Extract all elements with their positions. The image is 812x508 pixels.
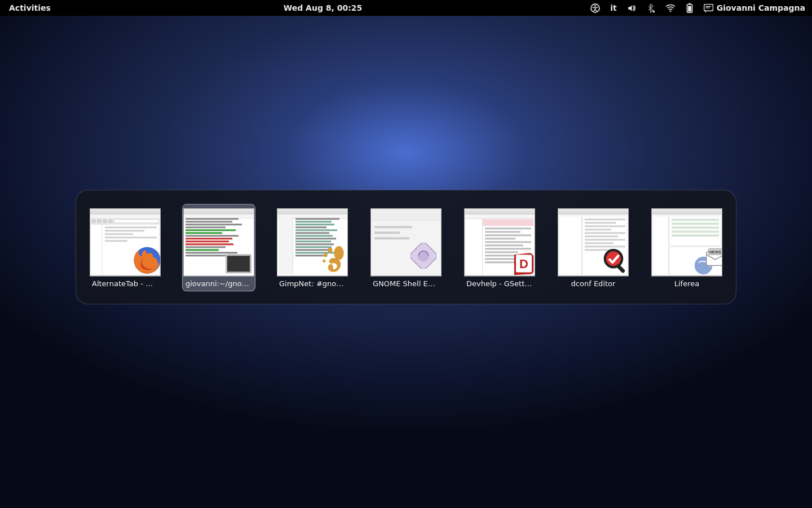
window-item[interactable]: giovanni:~/gnome-shell… — [182, 204, 255, 291]
svg-point-13 — [418, 250, 429, 261]
firefox-icon — [131, 244, 161, 276]
battery-icon[interactable] — [686, 3, 694, 13]
volume-icon[interactable] — [627, 3, 637, 13]
window-thumbnail: NEWS — [651, 208, 722, 276]
window-thumbnail — [370, 208, 442, 276]
alt-tab-switcher: AlternateTab - GNOM… g — [76, 190, 736, 304]
status-area: it Giovanni Campagna — [590, 3, 807, 13]
window-item[interactable]: D Devhelp - GSettings — [463, 204, 536, 291]
window-label: AlternateTab - GNOM… — [92, 279, 158, 288]
window-item[interactable]: AlternateTab - GNOM… — [89, 204, 162, 291]
gnome-foot-icon — [319, 245, 348, 276]
svg-point-9 — [328, 248, 333, 253]
window-item[interactable]: NEWS Liferea — [650, 204, 723, 291]
svg-text:NEWS: NEWS — [709, 250, 721, 254]
window-thumbnail: D — [464, 208, 535, 276]
window-thumbnail — [558, 208, 629, 276]
window-thumbnail — [277, 208, 348, 276]
window-label: GimpNet: #gnome-hac… — [279, 279, 346, 288]
user-menu[interactable]: Giovanni Campagna — [704, 3, 805, 12]
top-panel: Activities Wed Aug 8, 00:25 it Giovanni … — [0, 0, 812, 16]
svg-point-16 — [605, 250, 622, 267]
window-label: GNOME Shell Extensio… — [373, 279, 439, 288]
window-thumbnail — [90, 208, 161, 276]
svg-point-8 — [334, 246, 344, 260]
epiphany-icon — [411, 243, 436, 271]
activities-button[interactable]: Activities — [5, 3, 55, 12]
window-thumbnail — [183, 208, 254, 276]
window-label: giovanni:~/gnome-shell… — [186, 279, 252, 288]
window-label: Devhelp - GSettings — [466, 279, 533, 288]
devhelp-icon: D — [510, 248, 535, 276]
user-name-label: Giovanni Campagna — [717, 3, 805, 12]
network-icon[interactable] — [665, 4, 676, 12]
user-status-icon — [704, 4, 713, 12]
window-item[interactable]: dconf Editor — [557, 204, 630, 291]
bluetooth-icon[interactable] — [647, 3, 655, 13]
clock[interactable]: Wed Aug 8, 00:25 — [55, 3, 590, 12]
svg-rect-5 — [688, 6, 691, 12]
dconf-editor-icon — [601, 246, 629, 276]
window-item[interactable]: GNOME Shell Extensio… — [369, 204, 443, 291]
svg-rect-4 — [689, 3, 690, 5]
window-label: Liferea — [654, 279, 720, 288]
svg-point-2 — [669, 10, 671, 12]
svg-point-1 — [594, 5, 596, 7]
window-label: dconf Editor — [560, 279, 626, 288]
liferea-icon: NEWS — [694, 247, 722, 276]
window-item[interactable]: GimpNet: #gnome-hac… — [276, 204, 349, 291]
keyboard-layout-indicator[interactable]: it — [610, 3, 617, 12]
svg-point-10 — [324, 253, 328, 257]
svg-point-11 — [323, 260, 325, 262]
svg-text:D: D — [519, 257, 528, 271]
accessibility-icon[interactable] — [590, 3, 600, 13]
terminal-icon — [226, 254, 251, 273]
